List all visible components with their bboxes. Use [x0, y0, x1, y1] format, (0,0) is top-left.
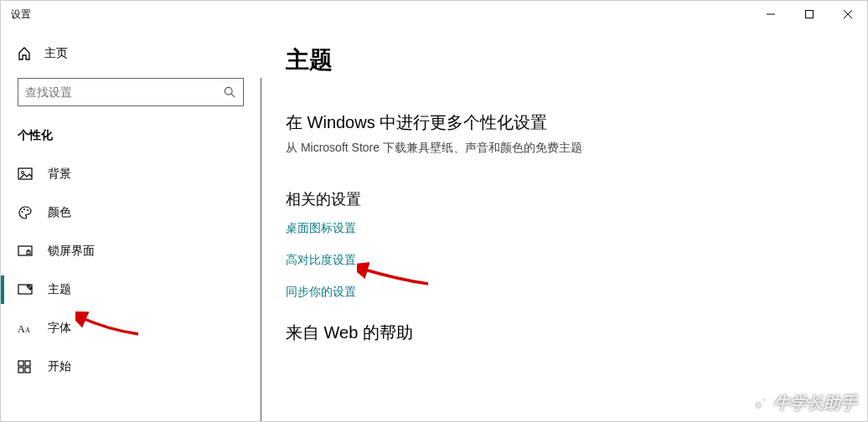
home-label: 主页 — [44, 46, 68, 61]
svg-rect-20 — [25, 368, 30, 373]
svg-rect-1 — [806, 11, 814, 18]
svg-point-7 — [22, 172, 24, 174]
minimize-button[interactable] — [752, 1, 790, 28]
window-controls — [752, 1, 867, 28]
sidebar-item-label: 开始 — [48, 359, 71, 374]
section-label: 个性化 — [1, 121, 261, 155]
nav-list: 背景 颜色 锁屏界面 — [1, 155, 261, 386]
close-icon — [844, 10, 852, 18]
svg-point-10 — [27, 209, 28, 211]
sidebar-item-label: 主题 — [48, 282, 71, 297]
sidebar: 主页 个性化 背景 — [1, 28, 261, 421]
sidebar-item-lockscreen[interactable]: 锁屏界面 — [1, 232, 261, 270]
main-panel: 主题 在 Windows 中进行更多个性化设置 从 Microsoft Stor… — [261, 28, 867, 421]
search-input[interactable] — [25, 85, 223, 99]
minimize-icon — [767, 10, 775, 18]
svg-point-8 — [22, 211, 23, 213]
palette-icon — [18, 205, 33, 220]
link-desktop-icon-settings[interactable]: 桌面图标设置 — [286, 221, 842, 236]
sidebar-item-label: 锁屏界面 — [48, 244, 95, 259]
link-sync-settings[interactable]: 同步你的设置 — [286, 285, 842, 300]
sidebar-item-background[interactable]: 背景 — [1, 155, 261, 193]
sidebar-item-label: 字体 — [48, 321, 71, 336]
svg-rect-19 — [18, 368, 23, 373]
svg-line-5 — [231, 94, 235, 97]
more-heading: 在 Windows 中进行更多个性化设置 — [286, 111, 842, 134]
titlebar: 设置 — [1, 1, 867, 28]
content-area: 主页 个性化 背景 — [1, 28, 867, 421]
window-title: 设置 — [11, 8, 31, 22]
svg-point-4 — [225, 87, 232, 95]
more-desc: 从 Microsoft Store 下载兼具壁纸、声音和颜色的免费主题 — [286, 141, 842, 156]
related-heading: 相关的设置 — [286, 189, 842, 209]
sidebar-item-label: 颜色 — [48, 205, 71, 220]
close-button[interactable] — [829, 1, 867, 28]
search-box[interactable] — [18, 78, 244, 106]
lockscreen-icon — [18, 244, 33, 259]
link-high-contrast-settings[interactable]: 高对比度设置 — [286, 253, 842, 268]
svg-rect-12 — [27, 251, 30, 255]
web-help-heading: 来自 Web 的帮助 — [286, 322, 842, 344]
page-title: 主题 — [286, 44, 842, 76]
home-button[interactable]: 主页 — [1, 38, 261, 69]
start-icon — [18, 359, 33, 374]
sidebar-item-themes[interactable]: 主题 — [1, 270, 261, 309]
sidebar-item-start[interactable]: 开始 — [1, 347, 261, 386]
svg-rect-17 — [18, 361, 23, 366]
svg-rect-18 — [25, 361, 30, 366]
font-icon: AA — [18, 321, 33, 336]
picture-icon — [18, 167, 33, 182]
home-icon — [18, 47, 31, 60]
maximize-icon — [805, 10, 814, 18]
settings-window: 设置 主页 — [0, 0, 868, 422]
sidebar-item-label: 背景 — [48, 167, 71, 182]
svg-text:A: A — [18, 323, 25, 335]
sidebar-item-colors[interactable]: 颜色 — [1, 193, 261, 232]
svg-text:A: A — [25, 327, 30, 334]
search-icon — [223, 85, 236, 99]
sidebar-item-fonts[interactable]: AA 字体 — [1, 309, 261, 347]
svg-point-9 — [23, 208, 25, 210]
maximize-button[interactable] — [790, 1, 829, 28]
theme-icon — [18, 282, 33, 297]
